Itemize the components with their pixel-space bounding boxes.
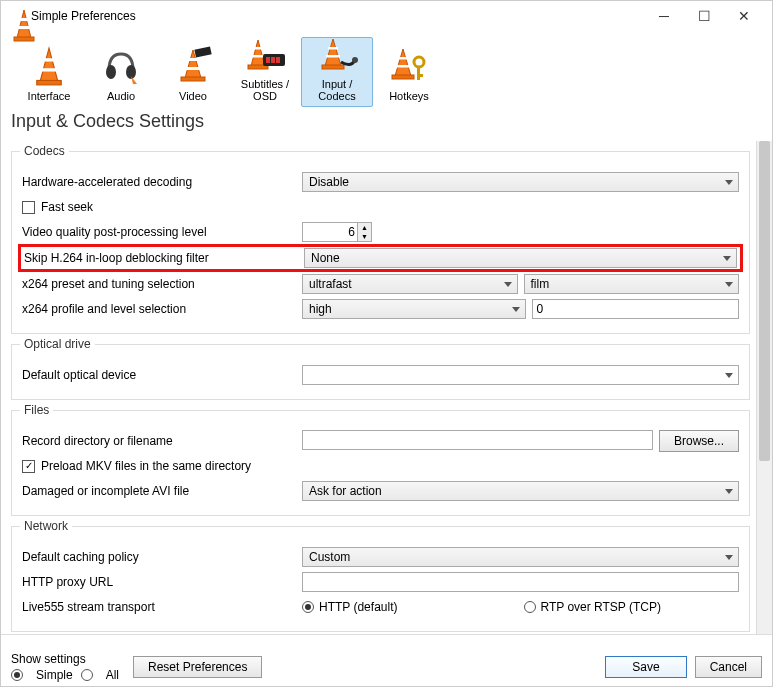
svg-rect-26 (326, 55, 340, 58)
fast-seek-label: Fast seek (41, 200, 93, 214)
tab-audio[interactable]: Audio (85, 37, 157, 107)
damaged-avi-label: Damaged or incomplete AVI file (22, 484, 302, 498)
reset-preferences-button[interactable]: Reset Preferences (133, 656, 262, 678)
fast-seek-checkbox[interactable] (22, 201, 35, 214)
tab-subtitles[interactable]: Subtitles / OSD (229, 37, 301, 107)
group-legend: Network (20, 519, 72, 533)
show-simple-label: Simple (36, 668, 73, 682)
show-all-radio[interactable] (81, 669, 93, 681)
group-files: Files Record directory or filename Brows… (11, 410, 750, 516)
cancel-button[interactable]: Cancel (695, 656, 762, 678)
live555-rtp-label: RTP over RTSP (TCP) (541, 600, 661, 614)
live555-http-label: HTTP (default) (319, 600, 397, 614)
caching-label: Default caching policy (22, 550, 302, 564)
group-legend: Codecs (20, 144, 69, 158)
tab-video[interactable]: Video (157, 37, 229, 107)
category-toolbar: Interface Audio Video Subtitles / OSD In… (1, 31, 772, 107)
headphones-icon (99, 44, 143, 88)
svg-rect-2 (18, 26, 30, 29)
svg-rect-15 (194, 46, 211, 57)
group-optical: Optical drive Default optical device (11, 344, 750, 400)
spin-up-icon[interactable]: ▲ (358, 223, 371, 232)
svg-rect-22 (271, 57, 275, 63)
post-processing-spinbox[interactable]: 6▲▼ (302, 222, 372, 242)
live555-http-radio[interactable] (302, 601, 314, 613)
tab-label: Audio (107, 90, 135, 102)
svg-rect-13 (185, 67, 201, 70)
settings-scroll-area: Codecs Hardware-accelerated decoding Dis… (1, 141, 756, 634)
skip-h264-label: Skip H.264 in-loop deblocking filter (24, 251, 304, 265)
record-dir-input[interactable] (302, 430, 653, 450)
tab-label: Hotkeys (389, 90, 429, 102)
tab-hotkeys[interactable]: Hotkeys (373, 37, 445, 107)
svg-rect-30 (398, 57, 408, 60)
cone-clapper-icon (171, 44, 215, 88)
x264-profile-label: x264 profile and level selection (22, 302, 302, 316)
damaged-avi-dropdown[interactable]: Ask for action (302, 481, 739, 501)
svg-rect-7 (37, 80, 61, 84)
cone-cable-icon (315, 36, 359, 76)
post-processing-label: Video quality post-processing level (22, 225, 302, 239)
tab-label: Input / Codecs (302, 78, 372, 102)
page-title: Input & Codecs Settings (1, 107, 772, 138)
svg-marker-4 (40, 48, 58, 81)
tab-interface[interactable]: Interface (13, 37, 85, 107)
skip-h264-dropdown[interactable]: None (304, 248, 737, 268)
svg-rect-12 (187, 58, 199, 61)
svg-rect-18 (252, 55, 264, 58)
cone-key-icon (387, 44, 431, 88)
svg-marker-29 (395, 49, 411, 76)
tab-label: Subtitles / OSD (230, 78, 300, 102)
vertical-scrollbar[interactable] (756, 141, 772, 634)
close-button[interactable]: ✕ (724, 1, 764, 31)
svg-rect-34 (417, 66, 420, 80)
show-simple-radio[interactable] (11, 669, 23, 681)
save-button[interactable]: Save (605, 656, 686, 678)
minimize-button[interactable]: ─ (644, 1, 684, 31)
svg-point-28 (352, 57, 358, 63)
spin-down-icon[interactable]: ▼ (358, 232, 371, 241)
titlebar: Simple Preferences ─ ☐ ✕ (1, 1, 772, 31)
svg-marker-0 (17, 10, 31, 38)
svg-rect-27 (322, 65, 344, 69)
skip-h264-row-highlighted: Skip H.264 in-loop deblocking filter Non… (20, 246, 741, 270)
svg-marker-16 (251, 40, 265, 66)
svg-point-9 (126, 65, 136, 79)
maximize-button[interactable]: ☐ (684, 1, 724, 31)
http-proxy-input[interactable] (302, 572, 739, 592)
svg-rect-21 (266, 57, 270, 63)
x264-level-input[interactable] (532, 299, 740, 319)
browse-button[interactable]: Browse... (659, 430, 739, 452)
hw-decoding-dropdown[interactable]: Disable (302, 172, 739, 192)
default-optical-label: Default optical device (22, 368, 302, 382)
group-legend: Optical drive (20, 337, 95, 351)
svg-point-8 (106, 65, 116, 79)
group-legend: Files (20, 403, 53, 417)
scrollbar-thumb[interactable] (759, 141, 770, 461)
svg-rect-14 (181, 77, 205, 81)
cone-osd-icon (243, 36, 287, 76)
svg-rect-1 (19, 18, 29, 21)
record-dir-label: Record directory or filename (22, 434, 302, 448)
tab-input-codecs[interactable]: Input / Codecs (301, 37, 373, 107)
live555-label: Live555 stream transport (22, 600, 302, 614)
x264-preset-dropdown[interactable]: ultrafast (302, 274, 518, 294)
show-all-label: All (106, 668, 119, 682)
x264-preset-label: x264 preset and tuning selection (22, 277, 302, 291)
http-proxy-label: HTTP proxy URL (22, 575, 302, 589)
live555-rtp-radio[interactable] (524, 601, 536, 613)
cone-icon (27, 44, 71, 88)
footer: Show settings Simple All Reset Preferenc… (1, 634, 772, 686)
x264-profile-dropdown[interactable]: high (302, 299, 526, 319)
preload-mkv-checkbox[interactable]: ✓ (22, 460, 35, 473)
window-title: Simple Preferences (31, 9, 644, 23)
caching-dropdown[interactable]: Custom (302, 547, 739, 567)
show-settings-label: Show settings (11, 652, 119, 666)
default-optical-dropdown[interactable] (302, 365, 739, 385)
x264-tune-dropdown[interactable]: film (524, 274, 740, 294)
group-network: Network Default caching policy Custom HT… (11, 526, 750, 632)
svg-rect-17 (253, 47, 263, 50)
svg-rect-31 (396, 65, 410, 68)
svg-rect-5 (43, 58, 54, 61)
preload-mkv-label: Preload MKV files in the same directory (41, 459, 251, 473)
